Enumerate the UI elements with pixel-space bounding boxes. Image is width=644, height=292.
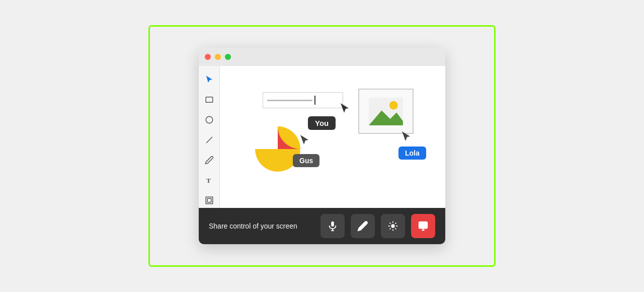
canvas-textbox[interactable] [263, 92, 343, 108]
minimize-button[interactable] [215, 54, 221, 60]
circle-tool[interactable] [203, 113, 216, 126]
maximize-button[interactable] [225, 54, 231, 60]
pointer-tool[interactable] [203, 73, 216, 86]
svg-point-7 [389, 101, 398, 109]
svg-line-18 [395, 229, 396, 230]
pen-button[interactable] [351, 214, 375, 238]
screen-border: T You [148, 25, 496, 267]
svg-point-1 [206, 116, 213, 123]
microphone-button[interactable] [320, 214, 345, 238]
image-placeholder [358, 89, 414, 134]
svg-line-17 [390, 223, 391, 224]
text-cursor [314, 96, 315, 105]
main-area: T You [199, 66, 445, 208]
svg-line-2 [206, 137, 212, 143]
frame-tool[interactable] [203, 194, 216, 207]
gus-label: Gus [293, 154, 319, 167]
textbox-content [267, 100, 312, 101]
svg-rect-0 [206, 97, 213, 103]
line-tool[interactable] [203, 133, 216, 147]
svg-rect-9 [331, 222, 334, 227]
title-bar [199, 48, 445, 66]
text-tool[interactable]: T [203, 174, 216, 187]
pencil-tool[interactable] [203, 154, 216, 167]
share-control-text: Share control of your screen [209, 222, 314, 230]
toolbar-sidebar: T [199, 66, 220, 208]
close-button[interactable] [205, 54, 211, 60]
svg-text:T: T [206, 177, 211, 184]
you-cursor [340, 102, 350, 116]
canvas-area[interactable]: You Gus [220, 66, 445, 208]
spotlight-button[interactable] [381, 214, 405, 238]
svg-rect-4 [206, 197, 213, 204]
stop-share-button[interactable] [411, 214, 435, 238]
gus-cursor [299, 134, 309, 148]
app-window: T You [199, 48, 445, 244]
bottom-toolbar: Share control of your screen [199, 208, 445, 244]
svg-line-20 [390, 229, 391, 230]
you-label: You [308, 116, 336, 130]
rectangle-tool[interactable] [203, 93, 216, 106]
svg-rect-5 [207, 198, 211, 202]
lola-cursor [401, 130, 411, 144]
lola-label: Lola [398, 147, 426, 160]
svg-point-12 [391, 224, 394, 228]
svg-line-19 [395, 223, 396, 224]
